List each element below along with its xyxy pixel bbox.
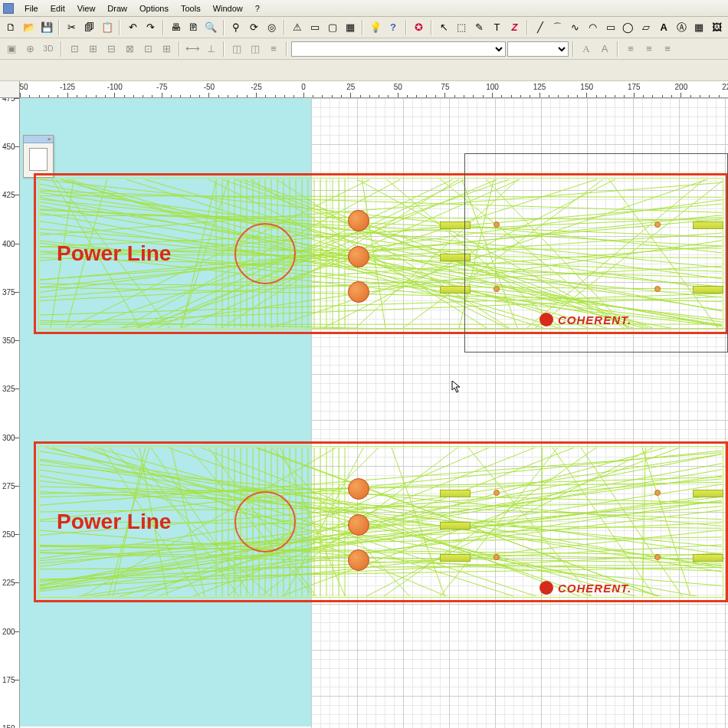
ruler-v-tick: 425 [0, 195, 19, 195]
ruler-h-tick: 175 [634, 81, 635, 97]
nodes-3[interactable]: ⊟ [103, 41, 120, 57]
bracket-1[interactable]: ◫ [228, 41, 245, 57]
warning-button[interactable]: ⚠ [289, 19, 305, 36]
line-tool[interactable]: ╱ [532, 19, 548, 36]
menu-tools[interactable]: Tools [175, 2, 207, 15]
dot-icon [654, 490, 661, 496]
nodes-4[interactable]: ⊠ [121, 41, 138, 57]
align-left[interactable]: ≡ [622, 41, 639, 57]
menu-draw[interactable]: Draw [101, 2, 133, 15]
zoom-fit-button[interactable]: 🔍 [203, 19, 219, 36]
design-object-2[interactable]: Power LineCOHERENT. [34, 441, 728, 602]
ruler-h-tick: 200 [680, 81, 681, 97]
ruler-vertical[interactable]: 4754504254003753503253002752502252001751… [0, 98, 20, 728]
text2-tool[interactable]: A [656, 19, 672, 36]
bar-1[interactable]: ⟷ [184, 41, 201, 57]
center-button[interactable]: ▣ [3, 41, 20, 57]
nodes-2[interactable]: ⊞ [84, 41, 101, 57]
separator [617, 41, 618, 57]
brand-logo: COHERENT. [539, 581, 631, 595]
font-a[interactable]: A [578, 41, 595, 57]
bracket-3[interactable]: ≡ [265, 41, 282, 57]
ruler-button[interactable]: ▭ [307, 19, 323, 36]
print-preview-button[interactable]: 🖹 [185, 19, 202, 36]
ruler-v-tick: 275 [0, 486, 19, 487]
ruler-v-tick: 300 [0, 438, 19, 438]
arc-tool[interactable]: ⌒ [549, 19, 566, 36]
toolbar-1: 🗋 📂 💾 ✂ 🗐 📋 ↶ ↷ 🖶 🖹 🔍 ⚲ ⟳ ◎ ⚠ ▭ ▢ ▦ 💡 ? … [0, 17, 728, 38]
at-tool[interactable]: Ⓐ [674, 19, 690, 36]
thumbnail-titlebar[interactable]: × [24, 136, 53, 143]
print-button[interactable]: 🖶 [168, 19, 184, 36]
menu-bar: File Edit View Draw Options Tools Window… [0, 0, 728, 17]
grid-tool[interactable]: ▦ [691, 19, 707, 36]
select-tool[interactable]: ↖ [436, 19, 452, 36]
ruler-horizontal[interactable]: -150-125-100-75-50-250255075100125150175… [20, 81, 728, 98]
layers-button[interactable]: ▦ [342, 19, 358, 36]
arc2-tool[interactable]: ◠ [585, 19, 601, 36]
separator [58, 20, 60, 35]
small-circle-icon [348, 514, 369, 536]
panel-strip [693, 490, 723, 497]
nodes-6[interactable]: ⊞ [158, 41, 175, 57]
curve-tool[interactable]: ∿ [567, 19, 583, 36]
menu-options[interactable]: Options [133, 2, 175, 15]
dot-icon [654, 554, 661, 560]
tip-button[interactable]: 💡 [367, 19, 383, 36]
measure-tool[interactable]: ▱ [638, 19, 654, 36]
ruler-v-tick: 475 [0, 98, 19, 99]
open-button[interactable]: 📂 [21, 19, 37, 36]
save-button[interactable]: 💾 [38, 19, 54, 36]
anchor-button[interactable]: ⚲ [228, 19, 244, 36]
ruler-h-tick: 100 [492, 81, 493, 97]
rect-tool-button[interactable]: ▢ [324, 19, 340, 36]
menu-window[interactable]: Window [207, 2, 249, 15]
rect-tool[interactable]: ⬚ [454, 19, 470, 36]
bracket-2[interactable]: ◫ [247, 41, 264, 57]
image-tool[interactable]: 🖼 [709, 19, 725, 36]
canvas[interactable]: × Power LineCOHERENT.Power LineCOHERENT. [20, 98, 728, 728]
nodes-1[interactable]: ⊡ [66, 41, 83, 57]
thumbnail-panel[interactable]: × [23, 135, 54, 178]
undo-button[interactable]: ↶ [124, 19, 140, 36]
ruler-h-tick: -125 [67, 81, 68, 97]
edit-points-tool[interactable]: ✎ [471, 19, 487, 36]
mode-3d-button[interactable]: 3D [40, 41, 57, 57]
panel-strip [440, 490, 471, 497]
ruler-v-tick: 225 [0, 582, 19, 583]
new-button[interactable]: 🗋 [3, 19, 19, 36]
menu-file[interactable]: File [18, 2, 44, 15]
ruler-v-tick: 200 [0, 631, 19, 632]
font-b[interactable]: A [596, 41, 613, 57]
paste-button[interactable]: 📋 [99, 19, 115, 36]
decorate-button[interactable]: ✪ [411, 19, 427, 36]
bar-2[interactable]: ⊥ [202, 41, 219, 57]
align-center[interactable]: ≡ [641, 41, 657, 57]
app-icon [3, 3, 14, 14]
bezier-tool[interactable]: Z [507, 19, 523, 36]
layer-combo[interactable] [291, 41, 506, 57]
rect3-tool[interactable]: ▭ [602, 19, 618, 36]
close-icon[interactable]: × [45, 136, 53, 143]
menu-view[interactable]: View [71, 2, 102, 15]
ruler-h-tick: -50 [208, 81, 209, 97]
cut-button[interactable]: ✂ [64, 19, 80, 36]
refresh-button[interactable]: ⟳ [246, 19, 262, 36]
menu-edit[interactable]: Edit [44, 2, 71, 15]
thumbnail-page[interactable] [29, 148, 48, 171]
align-button[interactable]: ⊕ [21, 41, 38, 57]
separator [162, 20, 164, 35]
copy-button[interactable]: 🗐 [81, 19, 97, 36]
main-circle-icon [234, 491, 296, 553]
help-button[interactable]: ? [385, 19, 401, 36]
redo-button[interactable]: ↷ [143, 19, 159, 36]
text-tool[interactable]: T [489, 19, 505, 36]
size-combo[interactable] [507, 41, 569, 57]
align-right[interactable]: ≡ [659, 41, 676, 57]
target-button[interactable]: ◎ [264, 19, 280, 36]
menu-help[interactable]: ? [249, 2, 266, 15]
dot-icon [494, 554, 500, 560]
nodes-5[interactable]: ⊡ [139, 41, 156, 57]
ellipse-tool[interactable]: ◯ [620, 19, 636, 36]
separator [223, 41, 225, 57]
